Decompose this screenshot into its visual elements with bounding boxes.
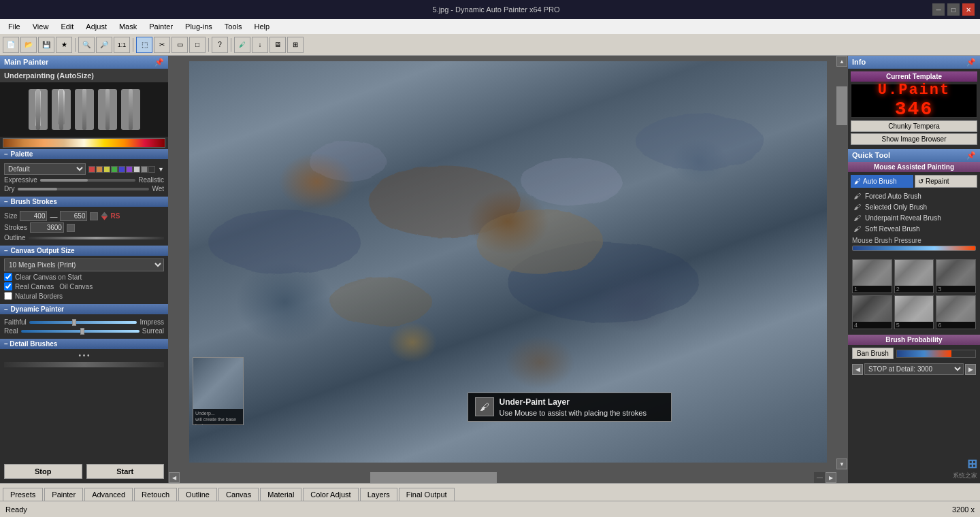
tab-presets[interactable]: Presets xyxy=(3,488,43,501)
vscroll-thumb[interactable] xyxy=(836,86,847,126)
canvas-output-minus[interactable]: – xyxy=(4,247,8,254)
toolbar-download[interactable]: ↓ xyxy=(252,37,268,53)
tab-canvas[interactable]: Canvas xyxy=(218,488,259,501)
quick-tool-pin[interactable]: 📌 xyxy=(966,151,976,160)
toolbar-paint[interactable]: 🖌 xyxy=(234,37,250,53)
canvas-vscroll[interactable]: ▲ ▼ xyxy=(836,56,847,469)
info-pin[interactable]: 📌 xyxy=(966,58,976,67)
tab-layers[interactable]: Layers xyxy=(360,488,397,501)
palette-arrow[interactable]: ▼ xyxy=(158,166,164,173)
canvas-size-select[interactable]: 10 Mega Pixels (Print) xyxy=(4,258,164,271)
menu-view[interactable]: View xyxy=(27,21,54,32)
canvas-hscroll[interactable]: ◀ — ▶ xyxy=(169,472,836,483)
brush-5[interactable] xyxy=(121,89,140,130)
swatch-red[interactable] xyxy=(88,166,95,173)
clear-canvas-check[interactable] xyxy=(4,273,12,281)
toolbar-select[interactable]: ⬚ xyxy=(136,37,152,53)
hscroll-left[interactable]: ◀ xyxy=(169,472,180,483)
menu-file[interactable]: File xyxy=(3,21,26,32)
brush-thumb-3[interactable]: 3 xyxy=(936,259,976,293)
toolbar-fav[interactable]: ★ xyxy=(56,37,72,53)
show-image-browser-btn[interactable]: Show Image Browser xyxy=(851,133,977,145)
expressive-slider[interactable] xyxy=(40,179,135,182)
canvas-area[interactable]: ▲ ▼ ◀ — ▶ xyxy=(169,56,847,483)
vscroll-up[interactable]: ▲ xyxy=(836,56,847,67)
start-button[interactable]: Start xyxy=(86,464,165,479)
vscroll-down[interactable]: ▼ xyxy=(836,458,847,469)
size-max-input[interactable]: 650 xyxy=(60,211,87,221)
palette-select[interactable]: Default xyxy=(4,163,86,175)
toolbar-new[interactable]: 📄 xyxy=(3,37,19,53)
brush-strokes-minus[interactable]: – xyxy=(4,198,8,205)
menu-tools[interactable]: Tools xyxy=(219,21,248,32)
hscroll-right[interactable]: ▶ xyxy=(826,472,836,483)
toolbar-rect2[interactable]: □ xyxy=(189,37,206,53)
soft-reveal-item[interactable]: 🖌 Soft Reveal Brush xyxy=(848,223,980,234)
toolbar-crop[interactable]: ✂ xyxy=(154,37,170,53)
real-slider[interactable] xyxy=(21,330,140,333)
tab-material[interactable]: Material xyxy=(260,488,301,501)
size-down[interactable] xyxy=(101,216,108,220)
toolbar-zoom-out[interactable]: 🔍 xyxy=(78,37,95,53)
chunky-tempera-btn[interactable]: Chunky Tempera xyxy=(851,120,977,132)
brush-thumb-6[interactable]: 6 xyxy=(936,295,976,329)
swatch-purple[interactable] xyxy=(126,166,133,173)
menu-edit[interactable]: Edit xyxy=(55,21,79,32)
detail-next-btn[interactable]: ▶ xyxy=(965,364,976,375)
minimize-button[interactable]: ─ xyxy=(932,3,945,16)
forced-auto-brush-item[interactable]: 🖌 Forced Auto Brush xyxy=(848,190,980,201)
swatch-gray[interactable] xyxy=(141,166,148,173)
color-bar[interactable] xyxy=(3,138,165,148)
brush-3[interactable] xyxy=(75,89,94,130)
tab-final-output[interactable]: Final Output xyxy=(399,488,455,501)
brush-1[interactable] xyxy=(29,89,48,130)
real-canvas-check[interactable] xyxy=(4,282,12,290)
pressure-bar[interactable] xyxy=(852,246,976,251)
swatch-blue[interactable] xyxy=(118,166,125,173)
hscroll-track[interactable] xyxy=(180,472,814,483)
left-panel-pin[interactable]: 📌 xyxy=(154,58,164,67)
toolbar-zoom-1[interactable]: 1:1 xyxy=(114,37,130,53)
tab-outline[interactable]: Outline xyxy=(178,488,217,501)
menu-painter[interactable]: Painter xyxy=(144,21,178,32)
faithful-thumb[interactable] xyxy=(72,319,76,326)
dry-slider[interactable] xyxy=(18,188,150,190)
size-lock[interactable] xyxy=(90,212,98,220)
toolbar-expand[interactable]: ⊞ xyxy=(287,37,304,53)
brush-4[interactable] xyxy=(98,89,117,130)
swatch-orange[interactable] xyxy=(96,166,103,173)
ban-brush-btn[interactable]: Ban Brush xyxy=(852,348,894,359)
swatch-white[interactable] xyxy=(133,166,140,173)
hscroll-thumb[interactable] xyxy=(370,472,497,483)
swatch-yellow[interactable] xyxy=(103,166,110,173)
maximize-button[interactable]: □ xyxy=(947,3,960,16)
repaint-btn[interactable]: ↺ Repaint xyxy=(915,175,977,188)
probability-bar[interactable] xyxy=(896,350,976,358)
tab-advanced[interactable]: Advanced xyxy=(84,488,133,501)
tab-painter[interactable]: Painter xyxy=(44,488,83,501)
swatch-green[interactable] xyxy=(111,166,118,173)
detail-minus[interactable]: – xyxy=(4,340,8,348)
real-thumb[interactable] xyxy=(80,328,84,335)
brush-2[interactable] xyxy=(52,89,71,130)
swatch-dark[interactable] xyxy=(148,166,155,173)
menu-adjust[interactable]: Adjust xyxy=(80,21,112,32)
close-button[interactable]: ✕ xyxy=(962,3,975,16)
vscroll-track[interactable] xyxy=(836,67,847,458)
stop-button[interactable]: Stop xyxy=(4,464,82,479)
size-min-input[interactable]: 400 xyxy=(20,211,47,221)
selected-only-brush-item[interactable]: 🖌 Selected Only Brush xyxy=(848,201,980,212)
outline-bar[interactable] xyxy=(29,237,164,239)
brush-thumb-2[interactable]: 2 xyxy=(894,259,934,293)
menu-plugins[interactable]: Plug-ins xyxy=(180,21,218,32)
toolbar-monitor[interactable]: 🖥 xyxy=(270,37,286,53)
faithful-slider[interactable] xyxy=(29,321,137,324)
tab-retouch[interactable]: Retouch xyxy=(134,488,177,501)
dynamic-painter-minus[interactable]: – xyxy=(4,305,8,313)
brush-thumb-5[interactable]: 5 xyxy=(894,295,934,329)
detail-prev-btn[interactable]: ◀ xyxy=(852,364,863,375)
size-up[interactable] xyxy=(101,212,108,216)
canvas-image[interactable]: Underp...will create the base textureusi… xyxy=(189,61,827,463)
stop-detail-select[interactable]: STOP at Detail: 3000 xyxy=(864,363,964,375)
auto-brush-btn[interactable]: 🖌 Auto Brush xyxy=(851,175,913,188)
